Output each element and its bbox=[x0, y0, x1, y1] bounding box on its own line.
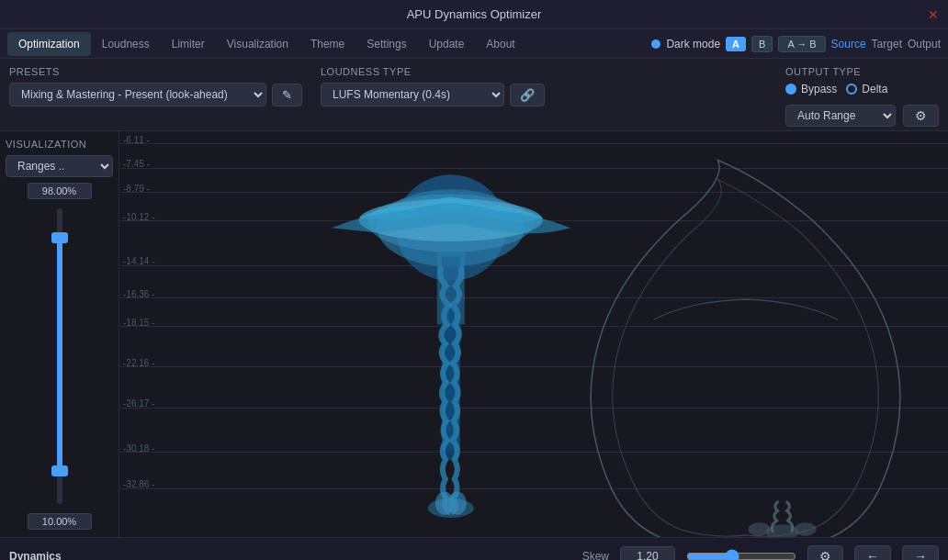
tab-settings[interactable]: Settings bbox=[356, 32, 417, 56]
main-content: Visualization Ranges .. 98.00% 10.00% bbox=[0, 131, 948, 537]
btn-a[interactable]: A bbox=[726, 37, 746, 51]
delta-radio[interactable]: Delta bbox=[846, 83, 887, 95]
slider-track bbox=[57, 208, 62, 504]
slider-fill bbox=[57, 232, 62, 469]
presets-section: Presets Mixing & Mastering - Present (lo… bbox=[9, 66, 302, 106]
ranges-select[interactable]: Ranges .. bbox=[6, 155, 113, 177]
dynamics-back-button[interactable]: ← bbox=[854, 545, 891, 561]
output-radio-row: Bypass Delta bbox=[785, 83, 939, 95]
btn-b[interactable]: B bbox=[751, 36, 773, 52]
bottom-percent-label: 10.00% bbox=[28, 513, 92, 530]
slider-thumb-bottom[interactable] bbox=[51, 465, 68, 476]
output-section: Output type Bypass Delta Auto Range ⚙ bbox=[785, 66, 939, 127]
skew-label: Skew bbox=[582, 550, 609, 561]
svg-point-11 bbox=[749, 522, 771, 536]
presets-label: Presets bbox=[9, 66, 302, 77]
skew-slider[interactable] bbox=[686, 549, 796, 561]
output-waveform bbox=[591, 161, 900, 537]
loudness-section: Loudness type LUFS Momentary (0.4s) 🔗 bbox=[321, 66, 545, 106]
title-bar: APU Dynamics Optimizer ✕ bbox=[0, 0, 948, 29]
top-percent-label: 98.00% bbox=[28, 183, 92, 199]
dynamics-gear-button[interactable]: ⚙ bbox=[807, 545, 843, 561]
link-button[interactable]: 🔗 bbox=[510, 84, 545, 106]
vertical-slider[interactable] bbox=[6, 208, 113, 504]
skew-input[interactable] bbox=[620, 546, 675, 561]
viz-label: Visualization bbox=[6, 139, 86, 150]
target-button[interactable]: Target bbox=[872, 38, 902, 50]
tab-about[interactable]: About bbox=[475, 32, 525, 56]
svg-point-12 bbox=[795, 522, 817, 536]
bypass-radio[interactable]: Bypass bbox=[785, 83, 837, 95]
tab-optimization[interactable]: Optimization bbox=[7, 32, 91, 56]
delta-radio-circle bbox=[846, 84, 857, 95]
dynamics-forward-button[interactable]: → bbox=[902, 545, 939, 561]
waveform-svg bbox=[119, 131, 948, 537]
preset-select[interactable]: Mixing & Mastering - Present (look-ahead… bbox=[9, 83, 266, 106]
app-title: APU Dynamics Optimizer bbox=[407, 7, 542, 21]
close-button[interactable]: ✕ bbox=[928, 7, 939, 22]
output-row2: Auto Range ⚙ bbox=[785, 105, 939, 127]
dynamics-label: Dynamics bbox=[9, 550, 62, 561]
output-label: Output type bbox=[785, 66, 939, 77]
tab-theme[interactable]: Theme bbox=[299, 32, 356, 56]
loudness-label: Loudness type bbox=[321, 66, 545, 77]
tab-loudness[interactable]: Loudness bbox=[91, 32, 161, 56]
source-waveform bbox=[332, 174, 571, 518]
output-gear-button[interactable]: ⚙ bbox=[903, 105, 939, 127]
bypass-radio-circle bbox=[785, 84, 796, 95]
nav-bar: Optimization Loudness Limiter Visualizat… bbox=[0, 29, 948, 59]
viz-sidebar: Visualization Ranges .. 98.00% 10.00% bbox=[0, 131, 119, 537]
dynamics-bar: Dynamics Skew ⚙ ← → bbox=[0, 537, 948, 560]
tab-update[interactable]: Update bbox=[418, 32, 476, 56]
preset-row: Mixing & Mastering - Present (look-ahead… bbox=[9, 83, 302, 106]
loudness-row: LUFS Momentary (0.4s) 🔗 bbox=[321, 83, 545, 106]
tab-visualization[interactable]: Visualization bbox=[216, 32, 299, 56]
toolbar: Presets Mixing & Mastering - Present (lo… bbox=[0, 59, 948, 131]
tab-limiter[interactable]: Limiter bbox=[161, 32, 216, 56]
delta-label: Delta bbox=[862, 83, 887, 95]
range-select[interactable]: Auto Range bbox=[785, 105, 896, 127]
nav-right: Dark mode A B A → B Source Target Output bbox=[651, 36, 941, 52]
dark-mode-indicator bbox=[651, 39, 660, 49]
output-button[interactable]: Output bbox=[908, 38, 941, 50]
btn-ab[interactable]: A → B bbox=[778, 36, 825, 52]
bypass-label: Bypass bbox=[801, 83, 837, 95]
source-button[interactable]: Source bbox=[831, 38, 866, 50]
dark-mode-label[interactable]: Dark mode bbox=[666, 38, 720, 50]
svg-point-9 bbox=[448, 492, 467, 515]
edit-preset-button[interactable]: ✎ bbox=[272, 84, 302, 106]
main-visualization: -6.11 - -7.45 - -8.79 - -10.12 - -14.14 … bbox=[119, 131, 948, 537]
loudness-select[interactable]: LUFS Momentary (0.4s) bbox=[321, 83, 504, 106]
